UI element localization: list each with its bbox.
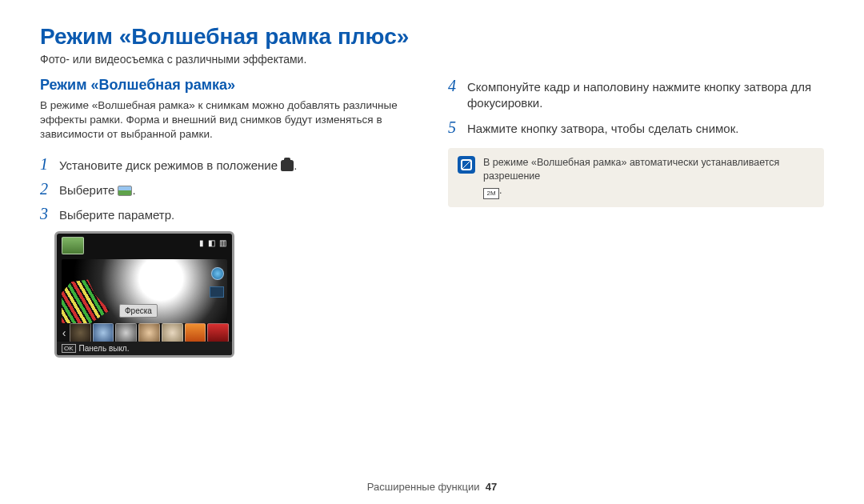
bottom-bar: OK Панель выкл. bbox=[57, 342, 232, 355]
preview-artwork bbox=[62, 279, 110, 323]
chevron-left-icon: ‹ bbox=[60, 323, 68, 342]
panel-icon bbox=[210, 286, 224, 298]
page-title: Режим «Волшебная рамка плюс» bbox=[40, 24, 824, 50]
status-icons: ▮ ◧ ▥ bbox=[199, 238, 227, 247]
camera-screen-mock: ▮ ◧ ▥ Фреска ‹ OK Панель выкл. bbox=[54, 231, 234, 358]
effect-thumb bbox=[115, 323, 137, 342]
step-number: 2 bbox=[40, 180, 51, 198]
resolution-icon: 2M bbox=[483, 188, 499, 199]
step-text: Выберите . bbox=[59, 181, 136, 198]
note-period: . bbox=[499, 185, 502, 196]
step-number: 4 bbox=[448, 77, 459, 95]
step-2: 2 Выберите . bbox=[40, 180, 416, 198]
effect-thumb bbox=[138, 323, 160, 342]
effect-thumb bbox=[93, 323, 114, 342]
effect-thumb bbox=[207, 323, 229, 342]
step-5: 5 Нажмите кнопку затвора, чтобы сделать … bbox=[448, 118, 824, 137]
landscape-mode-icon bbox=[118, 186, 132, 196]
step-number: 5 bbox=[448, 118, 459, 137]
note-text-body: В режиме «Волшебная рамка» автоматически… bbox=[483, 157, 779, 182]
step-4: 4 Скомпонуйте кадр и наполовину нажмите … bbox=[448, 77, 824, 112]
page-subtitle: Фото- или видеосъемка с различными эффек… bbox=[40, 53, 824, 66]
left-column: Режим «Волшебная рамка» В режиме «Волшеб… bbox=[40, 77, 416, 358]
effect-thumb bbox=[185, 323, 206, 342]
effect-thumbnails: ‹ bbox=[60, 323, 229, 342]
step-text: Скомпонуйте кадр и наполовину нажмите кн… bbox=[467, 78, 824, 112]
step-number: 3 bbox=[40, 205, 51, 223]
globe-icon bbox=[211, 267, 224, 280]
effect-thumb bbox=[70, 323, 91, 342]
note-text: В режиме «Волшебная рамка» автоматически… bbox=[483, 156, 814, 199]
footer-section: Расширенные функции bbox=[367, 481, 480, 493]
page-footer: Расширенные функции 47 bbox=[0, 481, 864, 493]
step-text-pre: Выберите bbox=[59, 183, 118, 197]
step-number: 1 bbox=[40, 155, 51, 174]
ok-button-icon: OK bbox=[62, 344, 76, 353]
footer-page-number: 47 bbox=[486, 481, 497, 493]
mode-indicator-icon bbox=[62, 237, 84, 254]
content-columns: Режим «Волшебная рамка» В режиме «Волшеб… bbox=[40, 77, 824, 358]
step-text-pre: Установите диск режимов в положение bbox=[59, 158, 281, 172]
step-text: Установите диск режимов в положение . bbox=[59, 156, 297, 174]
step-1: 1 Установите диск режимов в положение . bbox=[40, 155, 416, 174]
effect-thumb bbox=[162, 323, 183, 342]
note-icon bbox=[458, 156, 475, 174]
right-column: 4 Скомпонуйте кадр и наполовину нажмите … bbox=[448, 77, 824, 358]
step-text: Нажмите кнопку затвора, чтобы сделать сн… bbox=[467, 119, 738, 137]
step-text-post: . bbox=[132, 183, 135, 197]
effect-label: Фреска bbox=[119, 304, 158, 318]
step-text: Выберите параметр. bbox=[59, 206, 174, 223]
step-text-post: . bbox=[294, 158, 297, 172]
section-intro: В режиме «Волшебная рамка» к снимкам мож… bbox=[40, 98, 416, 142]
note-box: В режиме «Волшебная рамка» автоматически… bbox=[448, 148, 824, 207]
camera-mode-icon bbox=[281, 160, 294, 171]
step-3: 3 Выберите параметр. bbox=[40, 205, 416, 223]
section-title: Режим «Волшебная рамка» bbox=[40, 77, 416, 94]
bottom-bar-text: Панель выкл. bbox=[79, 344, 130, 353]
